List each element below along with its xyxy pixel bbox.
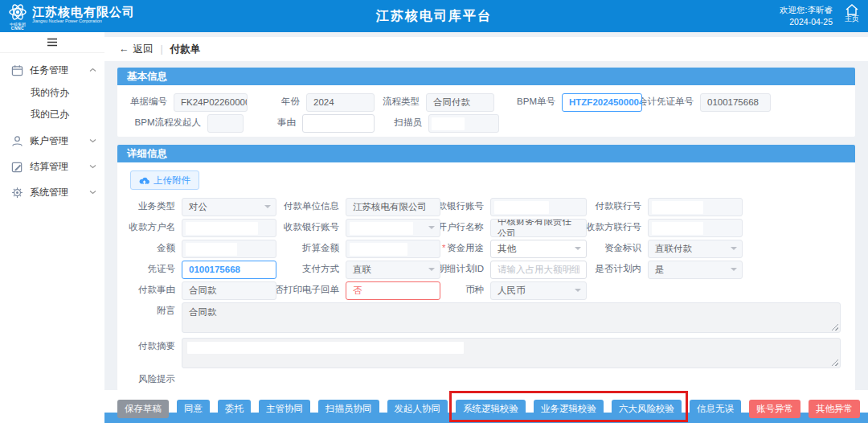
in-plan-select: 是 (648, 261, 743, 279)
info-correct-button[interactable]: 信息无误 (690, 400, 741, 418)
fund-use-select[interactable]: 其他 (490, 240, 587, 258)
six-risk-check-button[interactable]: 六大风险校验 (612, 400, 682, 418)
chevron-down-icon (575, 289, 581, 292)
pay-unit-value: 江苏核电有限公司 (353, 201, 427, 213)
year-input: 2024 (306, 93, 375, 112)
sidebar-menu: 任务管理 我的待办 我的已办 账户管理 (0, 53, 104, 204)
sidebar-subitem-label: 我的已办 (31, 108, 69, 121)
doc-no-value: FK24P022600001259 (181, 97, 248, 107)
business-logic-check-button[interactable]: 业务逻辑校验 (534, 400, 604, 418)
sidebar-item-my-todo[interactable]: 我的待办 (0, 82, 104, 104)
chevron-down-icon (428, 226, 435, 229)
detail-row-postscript: 附言 合同款 (117, 301, 855, 336)
edit-icon (11, 161, 23, 173)
fund-flag-select: 直联付款 (648, 240, 743, 258)
detail-row-4: 凭证号 0100175668 支付方式 直联 占用大额明细计划ID 是否计划内 … (117, 259, 855, 280)
currency-value: 人民币 (497, 285, 526, 297)
basic-info-header: 基本信息 (117, 68, 855, 85)
highlighted-button-group: 系统逻辑校验 业务逻辑校验 六大风险校验 (456, 400, 682, 418)
pay-reason-label: 付款事由 (117, 285, 182, 295)
breadcrumb-current: 付款单 (170, 43, 201, 56)
agree-button[interactable]: 同意 (177, 400, 210, 418)
sidebar-item-label: 账户管理 (30, 134, 68, 148)
fund-use-label-text: 资金用途 (447, 244, 484, 253)
voucher-doc-no-label: 会计凭证单号 (642, 97, 700, 107)
sidebar-item-task-management[interactable]: 任务管理 (0, 58, 104, 82)
flow-type-value: 合同付款 (433, 97, 470, 109)
pay-method-select: 直联 (346, 261, 440, 279)
sidebar-item-system-management[interactable]: 系统管理 (0, 180, 104, 204)
in-plan-value: 是 (655, 264, 665, 276)
flow-type-input: 合同付款 (426, 93, 494, 112)
year-label: 年份 (270, 97, 306, 107)
back-label: 返回 (133, 43, 154, 56)
footer-buttons: 保存草稿 同意 委托 主管协同 扫描员协同 发起人协同 系统逻辑校验 业务逻辑校… (117, 400, 868, 418)
back-button[interactable]: ← 返回 (119, 43, 154, 56)
voucher-no-input[interactable]: 0100175668 (182, 261, 276, 279)
pay-reason-input: 合同款 (182, 281, 276, 300)
doc-no-label: 单据编号 (117, 97, 174, 107)
main-content: ← 返回 | 付款单 基本信息 单据编号 FK24P022600001259 年… (104, 32, 868, 423)
plan-id-label: 占用大额明细计划ID (440, 265, 490, 274)
risk-hint-label: 风险提示 (117, 375, 182, 384)
chevron-down-icon (89, 138, 96, 143)
detail-row-5: 付款事由 合同款 是否打印电子回单 否 币种 人民币 (117, 280, 855, 301)
system-logic-check-button[interactable]: 系统逻辑校验 (456, 400, 526, 418)
postscript-value: 合同款 (189, 307, 217, 317)
scanner-collab-button[interactable]: 扫描员协同 (318, 400, 379, 418)
basic-row-2: BPM流程发起人 事由 扫描员 (117, 113, 855, 133)
cnnc-logo: 中核集团 CNNC (8, 2, 27, 31)
sidebar-collapse-button[interactable] (0, 32, 104, 53)
chevron-down-icon (264, 205, 271, 208)
pay-method-value: 直联 (353, 264, 371, 276)
voucher-doc-no-value: 0100175668 (707, 97, 759, 107)
atom-icon (8, 2, 27, 22)
conv-amount-input (346, 240, 440, 258)
sidebar-item-settlement-management[interactable]: 结算管理 (0, 154, 104, 179)
plan-id-input[interactable] (490, 261, 587, 279)
other-error-button[interactable]: 其他异常 (809, 400, 860, 418)
currency-label: 币种 (440, 285, 490, 295)
fund-use-label: *资金用途 (440, 244, 490, 253)
sidebar-item-account-management[interactable]: 账户管理 (0, 129, 104, 153)
user-icon (11, 135, 23, 147)
pay-method-label: 支付方式 (276, 265, 346, 274)
account-error-button[interactable]: 账号异常 (749, 400, 800, 418)
reason-input[interactable] (302, 114, 375, 133)
business-type-value: 对公 (189, 201, 207, 213)
supervisor-collab-button[interactable]: 主管协同 (259, 400, 310, 418)
detail-info-card: 详细信息 上传附件 业务类型 对公 付款单位信息 江苏核电有限公司 (117, 145, 855, 391)
bpm-initiator-label: BPM流程发起人 (117, 118, 207, 128)
company-name: 江苏核电有限公司 (32, 6, 135, 19)
upload-attachment-button[interactable]: 上传附件 (130, 170, 199, 190)
pay-account-label: 付款银行账号 (440, 202, 490, 212)
home-button[interactable]: 主页 (837, 4, 866, 23)
print-receipt-value: 否 (353, 285, 362, 297)
pay-bank-no-input (648, 198, 743, 216)
delegate-button[interactable]: 委托 (218, 400, 251, 418)
bpm-no-link[interactable]: HTZF202450000472 (562, 93, 642, 112)
detail-row-2: 收款方户名 收款银行账号 收款方开户行名称 中核财务有限责任公司 收款方联行号 (117, 217, 855, 238)
scanner-label: 扫描员 (384, 118, 428, 128)
resize-handle-icon[interactable] (831, 359, 838, 366)
payee-bank-name-input: 中核财务有限责任公司 (490, 219, 587, 237)
print-receipt-input[interactable]: 否 (346, 281, 440, 300)
payee-account-label: 收款银行账号 (276, 223, 346, 232)
company-subtitle: Jiangsu Nuclear Power Corporation (32, 18, 135, 23)
payee-bank-no-input (648, 219, 743, 237)
pay-account-input (490, 198, 587, 216)
resize-handle-icon[interactable] (831, 323, 838, 331)
gear-icon (11, 187, 23, 199)
amount-label: 金额 (117, 244, 182, 253)
bpm-no-label: BPM单号 (507, 97, 562, 107)
sidebar-item-my-done[interactable]: 我的已办 (0, 104, 104, 125)
save-draft-button[interactable]: 保存草稿 (117, 400, 169, 418)
chevron-down-icon (731, 247, 737, 250)
fund-flag-label: 资金标识 (587, 244, 648, 253)
print-receipt-label: 是否打印电子回单 (276, 285, 346, 295)
voucher-doc-no-input: 0100175668 (700, 93, 771, 112)
scanner-input (428, 114, 499, 133)
fund-use-value: 其他 (497, 243, 516, 255)
initiator-collab-button[interactable]: 发起人协同 (387, 400, 448, 418)
postscript-textarea: 合同款 (182, 302, 841, 333)
